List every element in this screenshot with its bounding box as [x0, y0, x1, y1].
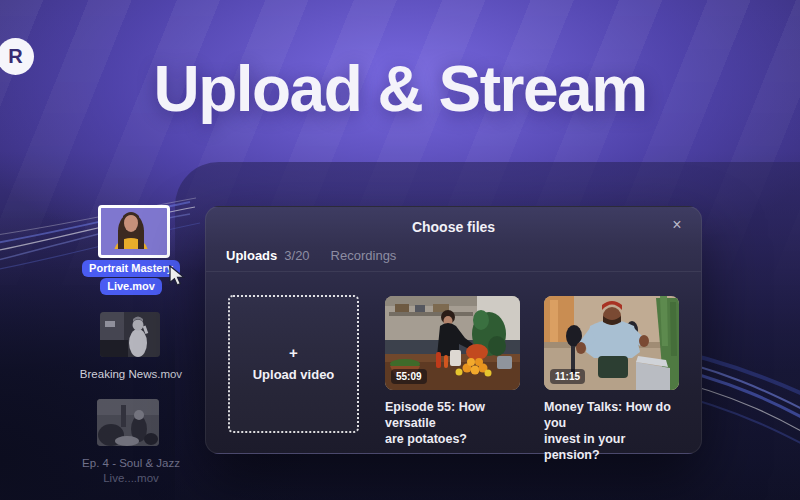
video-title-line-2: are potatoes?: [385, 431, 520, 447]
file-thumbnail-portrait[interactable]: [98, 205, 170, 258]
file-name-soul-and-jazz-line-2[interactable]: Live....mov: [51, 472, 211, 484]
video-card-episode-55[interactable]: 55:09 Episode 55: How versatile are pota…: [385, 296, 520, 447]
tabs-divider: [206, 271, 701, 272]
video-card-money-talks[interactable]: 11:15 Money Talks: How do you invest in …: [544, 296, 679, 463]
upload-video-dropzone[interactable]: + Upload video: [228, 295, 359, 433]
choose-files-modal: Choose files × Uploads 3/20 Recordings +…: [205, 206, 702, 454]
upload-and-stream-screen: R Upload & Stream Portrait Mastery Live.…: [0, 0, 800, 500]
duration-badge: 11:15: [550, 369, 585, 384]
plus-icon: +: [289, 346, 298, 360]
modal-title: Choose files: [206, 219, 701, 235]
file-name-line-1: Portrait Mastery: [82, 260, 180, 277]
file-name-breaking-news[interactable]: Breaking News.mov: [51, 368, 211, 380]
file-name-line-2: Live.mov: [100, 278, 162, 295]
video-title-money-talks: Money Talks: How do you invest in your p…: [544, 399, 679, 463]
video-title-episode-55: Episode 55: How versatile are potatoes?: [385, 399, 520, 447]
file-name-portrait[interactable]: Portrait Mastery Live.mov: [51, 260, 211, 295]
tab-uploads[interactable]: Uploads: [226, 248, 277, 263]
video-thumbnail-kitchen[interactable]: 55:09: [385, 296, 520, 390]
video-title-line-1: Money Talks: How do you: [544, 399, 679, 431]
video-title-line-1: Episode 55: How versatile: [385, 399, 520, 431]
page-title: Upload & Stream: [0, 52, 800, 126]
file-name-soul-and-jazz-line-1[interactable]: Ep. 4 - Soul & Jazz: [51, 457, 211, 469]
duration-badge: 55:09: [391, 369, 427, 384]
mouse-cursor-icon: [167, 265, 187, 287]
uploads-count-badge: 3/20: [284, 248, 309, 263]
file-thumbnail-breaking-news[interactable]: [100, 312, 160, 357]
tab-recordings[interactable]: Recordings: [331, 248, 397, 263]
video-thumbnail-podcast[interactable]: 11:15: [544, 296, 679, 390]
modal-tabs: Uploads 3/20 Recordings: [226, 248, 396, 263]
file-thumbnail-soul-and-jazz[interactable]: [97, 399, 159, 446]
upload-video-label: Upload video: [253, 367, 335, 382]
video-title-line-2: invest in your pension?: [544, 431, 679, 463]
close-icon[interactable]: ×: [667, 215, 687, 235]
